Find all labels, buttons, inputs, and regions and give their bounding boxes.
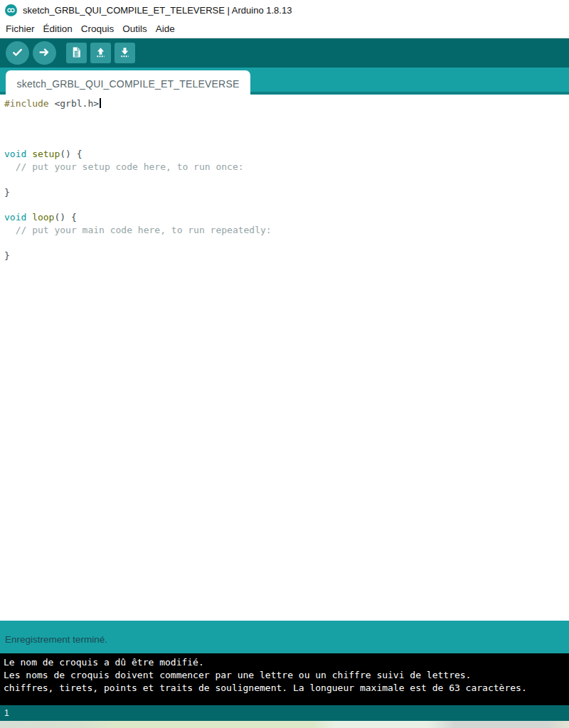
code-line	[4, 123, 569, 136]
arrow-down-icon	[119, 46, 131, 60]
current-line-number: 1	[4, 708, 9, 718]
arduino-logo-icon	[5, 4, 17, 16]
window-title: sketch_GRBL_QUI_COMPILE_ET_TELEVERSE | A…	[23, 5, 292, 16]
menu-aide[interactable]: Aide	[151, 21, 179, 36]
save-button[interactable]	[115, 43, 135, 63]
code-line: // put your main code here, to run repea…	[4, 224, 569, 237]
toolbar	[0, 38, 569, 68]
code-line	[4, 173, 569, 186]
console-line: chiffres, tirets, points et traits de so…	[4, 682, 569, 695]
arrow-right-icon	[38, 46, 50, 60]
console-line: Le nom de croquis a dû être modifié.	[4, 656, 569, 669]
document-icon	[70, 46, 83, 60]
arrow-up-icon	[95, 46, 107, 60]
text-caret	[100, 98, 101, 108]
verify-button[interactable]	[6, 41, 29, 65]
menu-croquis[interactable]: Croquis	[77, 21, 119, 36]
code-editor[interactable]: #include <grbl.h>void setup() { // put y…	[0, 95, 569, 621]
menu-fichier[interactable]: Fichier	[1, 21, 39, 36]
code-line: void setup() {	[4, 148, 569, 161]
code-line	[4, 237, 569, 250]
console-output[interactable]: Le nom de croquis a dû être modifié.Les …	[0, 653, 569, 705]
new-sketch-button[interactable]	[66, 43, 87, 63]
check-icon	[11, 46, 23, 60]
status-bar: Enregistrement terminé.	[0, 621, 569, 653]
code-line	[4, 110, 569, 123]
tab-strip: sketch_GRBL_QUI_COMPILE_ET_TELEVERSE	[0, 68, 569, 95]
code-line: // put your setup code here, to run once…	[4, 161, 569, 173]
title-bar: sketch_GRBL_QUI_COMPILE_ET_TELEVERSE | A…	[0, 0, 569, 20]
code-line: void loop() {	[4, 211, 569, 224]
code-line	[4, 198, 569, 211]
code-line: }	[4, 186, 569, 199]
menu-edition[interactable]: Édition	[39, 21, 77, 36]
bottom-strip	[0, 721, 569, 728]
open-button[interactable]	[90, 43, 111, 63]
arduino-ide-window: sketch_GRBL_QUI_COMPILE_ET_TELEVERSE | A…	[0, 0, 569, 728]
status-message: Enregistrement terminé.	[5, 634, 107, 645]
menu-bar: Fichier Édition Croquis Outils Aide	[0, 20, 569, 38]
code-line: }	[4, 250, 569, 262]
code-line	[4, 135, 569, 148]
code-line: #include <grbl.h>	[4, 97, 569, 110]
console-line: Les noms de croquis doivent commencer pa…	[4, 669, 569, 682]
upload-button[interactable]	[33, 41, 56, 65]
tab-active-sketch[interactable]: sketch_GRBL_QUI_COMPILE_ET_TELEVERSE	[6, 70, 250, 97]
line-status-bar: 1	[0, 705, 569, 721]
tab-label: sketch_GRBL_QUI_COMPILE_ET_TELEVERSE	[17, 78, 240, 90]
menu-outils[interactable]: Outils	[118, 21, 151, 36]
